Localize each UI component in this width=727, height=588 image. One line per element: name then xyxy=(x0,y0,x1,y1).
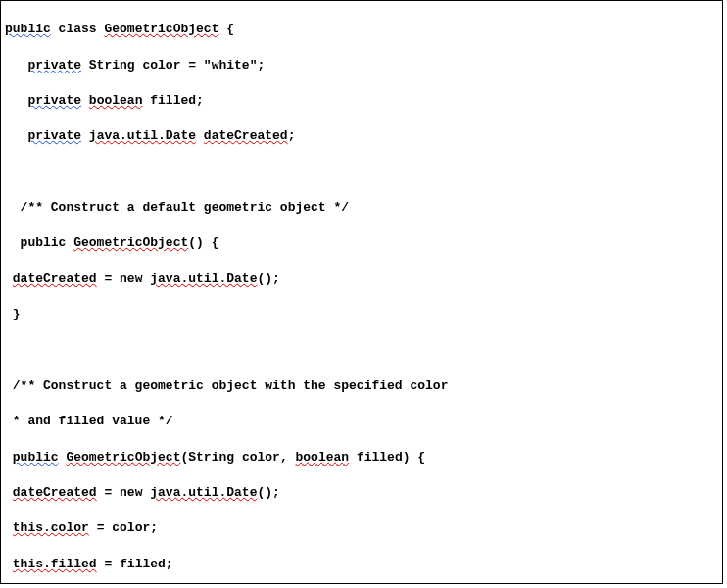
token: GeometricObject xyxy=(104,22,218,36)
blank-line xyxy=(5,342,718,360)
token: GeometricObject xyxy=(73,235,188,250)
code-line: * and filled value */ xyxy=(5,413,718,430)
code-line: public GeometricObject() { xyxy=(5,234,718,252)
token: = color; xyxy=(89,520,158,535)
token: ; xyxy=(288,128,296,143)
token: filled) { xyxy=(349,450,425,465)
token: public xyxy=(13,450,59,465)
token xyxy=(81,128,89,143)
token: String color = "white"; xyxy=(81,58,265,73)
token: = filled; xyxy=(97,557,173,571)
code-line: public class GeometricObject { xyxy=(5,21,718,38)
token: private xyxy=(27,128,81,143)
token: public xyxy=(5,235,73,250)
token: dateCreated xyxy=(13,485,97,500)
token: (); xyxy=(257,271,279,286)
code-line: dateCreated = new java.util.Date(); xyxy=(5,270,718,288)
token: dateCreated xyxy=(13,271,97,286)
token xyxy=(5,485,13,500)
token: class xyxy=(51,22,105,36)
token: private xyxy=(27,93,81,108)
token: { xyxy=(218,22,234,36)
token: public xyxy=(5,22,51,36)
token: = new xyxy=(97,271,151,286)
code-line: public GeometricObject(String color, boo… xyxy=(5,449,718,466)
code-line: private String color = "white"; xyxy=(5,57,718,74)
code-line: /** Construct a geometric object with th… xyxy=(5,377,718,395)
token: GeometricObject xyxy=(66,450,180,465)
token: boolean xyxy=(296,450,350,465)
token: java.util.Date xyxy=(89,128,196,143)
code-line: private boolean filled; xyxy=(5,92,718,110)
token: this.color xyxy=(13,520,89,535)
token xyxy=(5,520,13,535)
token: = new xyxy=(97,485,151,500)
token: (); xyxy=(257,485,279,500)
code-line: dateCreated = new java.util.Date(); xyxy=(5,484,718,502)
code-line: private java.util.Date dateCreated; xyxy=(5,127,718,145)
code-line: this.filled = filled; xyxy=(5,556,718,573)
token: () { xyxy=(188,235,218,250)
token: (String color, xyxy=(180,450,295,465)
code-line: /** Construct a default geometric object… xyxy=(5,199,718,217)
token: private xyxy=(27,58,81,73)
token xyxy=(5,271,13,286)
token xyxy=(196,128,204,143)
token: filled; xyxy=(142,93,203,108)
code-line: this.color = color; xyxy=(5,519,718,537)
token xyxy=(5,557,13,571)
blank-line xyxy=(5,164,718,181)
token: boolean xyxy=(89,93,143,108)
token: java.util.Date xyxy=(150,485,257,500)
token: dateCreated xyxy=(204,128,288,143)
token: java.util.Date xyxy=(150,271,257,286)
token xyxy=(81,93,89,108)
code-container: public class GeometricObject { private S… xyxy=(0,0,723,584)
code-line: } xyxy=(5,306,718,323)
token: this.filled xyxy=(13,557,97,571)
token xyxy=(5,450,13,465)
